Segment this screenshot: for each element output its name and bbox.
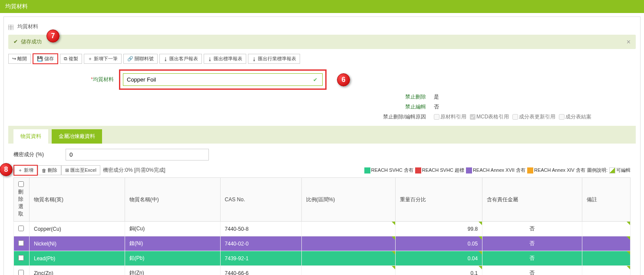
readonly-fields: 禁止刪除 是 禁止編輯 否 禁止刪除/編輯原因 原材料引用 MCD表格引用 成分… (8, 93, 636, 121)
grid-status-text: 機密成分:0% [尚需0%完成] (103, 167, 165, 174)
table-row: Nickel(Ni)鎳(Ni)7440-02-00.05否 (14, 236, 631, 251)
main-toolbar: ↪離開 💾儲存 ⧉複製 ＋新增下一筆 🔗關聯料號 ⭳匯出客戶報表 ⭳匯出標準報表… (8, 53, 636, 64)
density-label: 機密成分 (%) (13, 151, 44, 158)
legend-label: 圖例說明: (587, 167, 608, 174)
legend-svhc: REACH SVHC 含有 (364, 167, 413, 174)
cell-range[interactable] (301, 222, 396, 236)
save-button-label: 儲存 (44, 56, 54, 62)
tab-smelter[interactable]: 金屬冶煉廠資料 (52, 129, 102, 144)
swatch-svhc (364, 167, 370, 174)
forbid-edit-label: 禁止編輯 (8, 103, 434, 111)
cell-weight[interactable]: 0.04 (396, 251, 482, 266)
cell-name_zh: 鉛(Pb) (125, 251, 220, 266)
reason-mcd-ref: MCD表格引用 (470, 113, 509, 121)
cell-remark[interactable] (582, 251, 630, 266)
callout-badge-7: 7 (46, 29, 59, 43)
callout-badge-6: 6 (337, 73, 350, 86)
legend-svhc-exceed: REACH SVHC 超標 (415, 167, 464, 174)
reason-composition-result-checkbox (559, 114, 565, 120)
material-label: 均質材料 (93, 76, 114, 82)
close-icon[interactable]: × (627, 38, 631, 46)
panel-title-text: 均質材料 (17, 23, 38, 29)
cell-range[interactable] (301, 236, 396, 251)
row-select-checkbox[interactable] (18, 240, 24, 246)
header-name-en[interactable]: 物質名稱(英) (30, 178, 125, 222)
grid-add-button-label: 新增 (24, 167, 33, 174)
add-next-button[interactable]: ＋新增下一筆 (84, 54, 122, 64)
swatch-svhc-exceed (415, 167, 421, 174)
grid-delete-button[interactable]: 🗑刪除 (38, 165, 61, 175)
swatch-annex14 (527, 167, 533, 174)
cell-cas: 7440-02-0 (220, 236, 301, 251)
cell-name_en: Copper(Cu) (30, 222, 125, 236)
cell-name_en: Nickel(Ni) (30, 236, 125, 251)
select-all-checkbox[interactable] (18, 181, 24, 187)
header-weight[interactable]: 重量百分比 (396, 178, 482, 222)
forbid-delete-label: 禁止刪除 (8, 93, 434, 101)
copy-button[interactable]: ⧉複製 (60, 54, 82, 64)
row-select-checkbox[interactable] (18, 255, 24, 261)
export-standard-button[interactable]: ⭳匯出標準報表 (204, 54, 246, 64)
download-icon: ⭳ (252, 56, 257, 62)
panel-title-bar: 均質材料 (8, 21, 636, 35)
swatch-annex17 (466, 167, 472, 174)
alert-success: ✔ 儲存成功 × 7 (8, 35, 636, 49)
material-input[interactable] (123, 73, 323, 86)
grid-add-button[interactable]: ＋新增 (13, 165, 38, 176)
copy-icon: ⧉ (64, 56, 67, 62)
cell-conflict: 否 (482, 266, 582, 275)
grid-export-excel-button[interactable]: ⊞匯出至Excel (61, 165, 100, 175)
link-partno-button-label: 關聯料號 (135, 56, 154, 62)
cell-remark[interactable] (582, 236, 630, 251)
header-conflict[interactable]: 含有責任金屬 (482, 178, 582, 222)
header-range[interactable]: 比例(區間%) (301, 178, 396, 222)
cell-range[interactable] (301, 266, 396, 275)
reason-composition-update: 成分表更新引用 (512, 113, 555, 121)
material-field-row: *均質材料 ✔ 6 (8, 69, 636, 90)
callout-badge-8: 8 (0, 163, 13, 176)
check-icon: ✔ (13, 39, 18, 45)
leave-button-label: 離開 (17, 56, 27, 62)
export-industry-button[interactable]: ⭳匯出行業標準報表 (248, 54, 300, 64)
density-row: 機密成分 (%) (13, 149, 631, 160)
row-select-checkbox[interactable] (18, 226, 24, 231)
legend: REACH SVHC 含有 REACH SVHC 超標 REACH Annex … (364, 167, 631, 174)
cell-range[interactable] (301, 251, 396, 266)
table-row: Copper(Cu)銅(Cu)7440-50-899.8否 (14, 222, 631, 236)
copy-button-label: 複製 (69, 56, 78, 62)
cell-name_zh: 鎳(Ni) (125, 236, 220, 251)
header-remark[interactable]: 備註 (582, 178, 630, 222)
density-input[interactable] (66, 149, 209, 160)
save-button[interactable]: 💾儲存 (33, 53, 58, 64)
logout-icon: ↪ (12, 56, 16, 62)
header-name-zh[interactable]: 物質名稱(中) (125, 178, 220, 222)
reason-composition-update-checkbox (512, 114, 518, 120)
grid-header-row: 刪除選取 物質名稱(英) 物質名稱(中) CAS No. 比例(區間%) 重量百… (14, 178, 631, 222)
export-customer-button[interactable]: ⭳匯出客戶報表 (159, 54, 202, 64)
row-select-checkbox[interactable] (18, 270, 24, 275)
cell-cas: 7440-50-8 (220, 222, 301, 236)
link-partno-button[interactable]: 🔗關聯料號 (123, 54, 158, 64)
substance-grid: 刪除選取 物質名稱(英) 物質名稱(中) CAS No. 比例(區間%) 重量百… (13, 177, 631, 275)
leave-button[interactable]: ↪離開 (8, 54, 31, 64)
forbid-reason-row: 禁止刪除/編輯原因 原材料引用 MCD表格引用 成分表更新引用 成分表結案 (8, 113, 636, 121)
material-input-highlight: ✔ (119, 69, 327, 90)
reason-composition-result: 成分表結案 (559, 113, 591, 121)
reason-mcd-ref-checkbox (470, 114, 476, 120)
cell-remark[interactable] (582, 266, 630, 275)
grid-toolbar: 8 ＋新增 🗑刪除 ⊞匯出至Excel 機密成分:0% [尚需0%完成] REA… (13, 165, 631, 176)
page-header: 均質材料 (0, 0, 644, 13)
swatch-editable (609, 167, 615, 174)
grid-icon (8, 24, 13, 30)
grid-export-excel-button-label: 匯出至Excel (70, 167, 96, 174)
cell-weight[interactable]: 0.1 (396, 266, 482, 275)
save-icon: 💾 (37, 56, 43, 62)
header-cas[interactable]: CAS No. (220, 178, 301, 222)
cell-weight[interactable]: 0.05 (396, 236, 482, 251)
cell-weight[interactable]: 99.8 (396, 222, 482, 236)
cell-remark[interactable] (582, 222, 630, 236)
input-valid-check-icon: ✔ (313, 77, 317, 83)
content-panel: 均質材料 ✔ 儲存成功 × 7 ↪離開 💾儲存 ⧉複製 ＋新增下一筆 🔗關聯料號… (3, 16, 641, 275)
tab-substance[interactable]: 物質資料 (13, 129, 48, 144)
export-industry-button-label: 匯出行業標準報表 (258, 56, 296, 62)
